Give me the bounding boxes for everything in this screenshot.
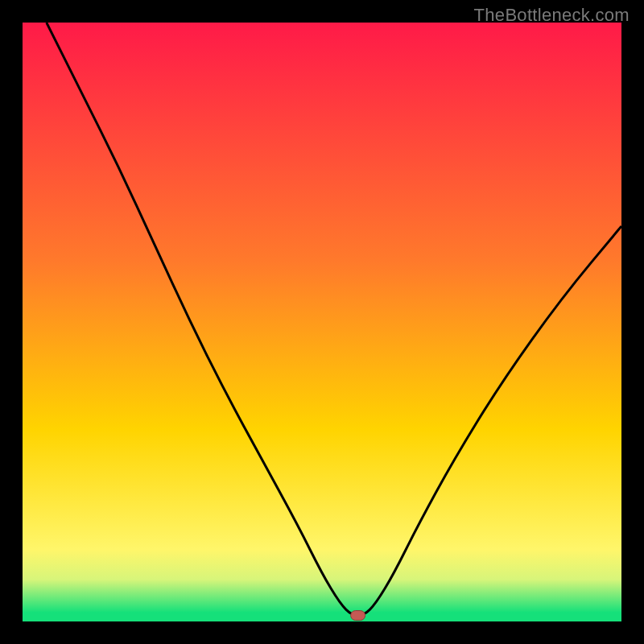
plot-area: [23, 23, 621, 621]
min-marker: [351, 611, 365, 621]
chart-frame: TheBottleneck.com: [0, 0, 644, 644]
gradient-background: [23, 23, 621, 621]
plot-svg: [23, 23, 621, 621]
